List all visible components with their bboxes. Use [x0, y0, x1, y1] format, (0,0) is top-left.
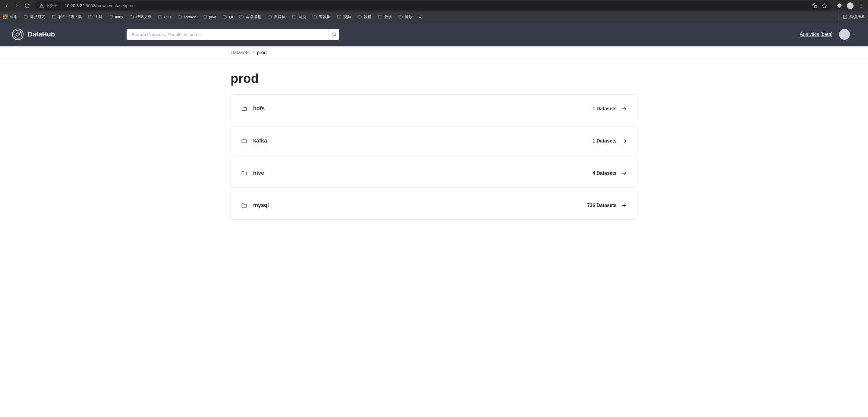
folder-left: hdfs	[241, 105, 265, 112]
bookmark-folder[interactable]: 工具	[88, 14, 102, 20]
breadcrumb: Datasets / prod	[0, 46, 868, 59]
folder-icon	[241, 138, 247, 144]
app-header: DataHub Analytics [beta]	[0, 22, 868, 46]
bookmark-folder[interactable]: 网络编程	[239, 14, 261, 20]
arrow-right-icon	[621, 106, 627, 112]
svg-point-2	[861, 4, 862, 4]
bookmark-folder[interactable]: 网页	[292, 14, 306, 20]
bookmark-label: 网页	[299, 14, 306, 20]
bookmark-folder[interactable]: 音乐	[398, 14, 412, 20]
bookmark-label: 查数据	[319, 14, 331, 20]
folder-card[interactable]: hdfs1 Datasets	[230, 94, 638, 123]
folder-count: 1 Datasets	[592, 138, 617, 144]
bookmark-label: linux	[115, 15, 123, 19]
bookmark-folder[interactable]: linux	[108, 14, 123, 19]
folder-icon	[158, 14, 162, 19]
folder-icon	[241, 202, 247, 208]
extensions-icon[interactable]	[837, 3, 842, 8]
folder-icon	[241, 170, 247, 176]
chevron-down-icon	[852, 33, 856, 36]
bookmark-folder[interactable]: C++	[158, 14, 172, 19]
breadcrumb-root-link[interactable]: Datasets	[230, 50, 250, 56]
header-right: Analytics [beta]	[800, 29, 856, 40]
svg-point-3	[861, 5, 862, 6]
analytics-link[interactable]: Analytics [beta]	[800, 32, 833, 37]
folder-icon	[398, 14, 403, 19]
bookmark-folder[interactable]: 数模	[357, 14, 372, 20]
folder-count: 736 Datasets	[587, 203, 617, 208]
user-avatar-icon	[839, 29, 850, 40]
folder-right: 4 Datasets	[592, 170, 627, 176]
bookmark-label: 自媒体	[274, 14, 286, 20]
search-button[interactable]	[329, 29, 339, 40]
folder-icon	[239, 14, 244, 19]
folder-name: mysql	[253, 202, 269, 208]
folder-name: hive	[253, 170, 264, 176]
folder-icon	[378, 14, 382, 19]
translate-icon[interactable]	[812, 3, 817, 8]
folder-card[interactable]: kafka1 Datasets	[230, 127, 638, 155]
bookmark-folder[interactable]: 查数据	[312, 14, 331, 20]
brand-name: DataHub	[28, 30, 55, 38]
brand-logo[interactable]: DataHub	[12, 29, 55, 40]
profile-avatar-icon[interactable]	[847, 2, 854, 9]
folder-icon	[52, 14, 57, 19]
folder-icon	[24, 14, 28, 19]
bookmarks-bar: 应用 算法练习软件书籍下载工具linux帮助文档C++PythonjavaQt网…	[0, 11, 868, 22]
reload-button[interactable]	[24, 3, 30, 9]
svg-point-13	[333, 33, 336, 36]
bookmark-folder[interactable]: 数学	[378, 14, 392, 20]
bookmarks-separator	[838, 14, 838, 20]
folder-left: mysql	[241, 202, 269, 208]
folder-icon	[178, 14, 182, 19]
bookmark-folder[interactable]: java	[203, 14, 216, 19]
user-menu[interactable]	[839, 29, 856, 40]
bookmark-label: Qt	[229, 15, 233, 19]
bookmarks-overflow-button[interactable]: »	[418, 15, 421, 19]
apps-label: 应用	[10, 14, 18, 20]
folder-right: 736 Datasets	[587, 202, 627, 208]
folder-icon	[241, 106, 247, 112]
folder-card[interactable]: mysql736 Datasets	[230, 191, 638, 220]
folder-name: kafka	[253, 138, 267, 144]
folder-icon	[203, 14, 207, 19]
browser-menu-icon[interactable]	[858, 3, 864, 8]
reading-list-button[interactable]: 阅读清单	[843, 14, 865, 20]
bookmark-star-icon[interactable]	[822, 3, 827, 8]
bookmark-label: java	[209, 15, 216, 19]
folder-icon	[88, 14, 93, 19]
forward-button[interactable]	[14, 3, 20, 9]
folder-icon	[267, 14, 272, 19]
breadcrumb-current: prod	[257, 50, 267, 56]
bookmark-label: Python	[184, 15, 196, 19]
address-bar[interactable]: 不安全 | 10.20.3.32:9002/browse/dataset/pro…	[35, 1, 831, 10]
bookmark-folder[interactable]: Qt	[222, 14, 233, 19]
search-input[interactable]	[127, 29, 329, 40]
main-content: prod hdfs1 Datasetskafka1 Datasetshive4 …	[230, 59, 638, 226]
bookmark-folder[interactable]: 帮助文档	[129, 14, 152, 20]
folder-icon	[222, 14, 227, 19]
address-path: :9002/browse/dataset/prod	[85, 3, 135, 8]
bookmark-label: 工具	[95, 14, 102, 20]
browser-right-controls	[835, 2, 866, 9]
reading-list-label: 阅读清单	[849, 14, 865, 20]
bookmark-folder[interactable]: 算法练习	[24, 14, 46, 20]
folder-icon	[337, 14, 341, 19]
folder-icon	[292, 14, 297, 19]
folder-count: 4 Datasets	[592, 170, 617, 176]
breadcrumb-separator: /	[253, 50, 254, 56]
browser-chrome: 不安全 | 10.20.3.32:9002/browse/dataset/pro…	[0, 0, 868, 22]
apps-grid-icon	[3, 14, 8, 19]
folder-icon	[108, 14, 113, 19]
apps-button[interactable]: 应用	[3, 14, 18, 20]
bookmark-folder[interactable]: 软件书籍下载	[52, 14, 82, 20]
bookmark-folder[interactable]: 自媒体	[267, 14, 286, 20]
bookmark-label: 数学	[384, 14, 392, 20]
insecure-indicator[interactable]: 不安全	[39, 3, 58, 8]
folder-card[interactable]: hive4 Datasets	[230, 159, 638, 187]
bookmark-folder[interactable]: Python	[178, 14, 196, 19]
reading-list-icon	[843, 14, 847, 19]
back-button[interactable]	[4, 3, 10, 9]
bookmark-folder[interactable]: 视频	[337, 14, 351, 20]
bookmark-label: 算法练习	[30, 14, 46, 20]
